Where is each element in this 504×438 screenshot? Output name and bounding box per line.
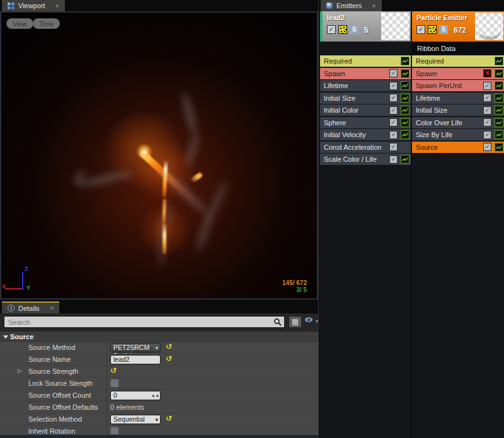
tab-viewport[interactable]: Viewport	[2, 0, 65, 11]
property-row[interactable]: Source Offset Count 0	[0, 390, 318, 402]
curve-graph-icon[interactable]	[401, 155, 410, 164]
module-row[interactable]: Initial Size	[412, 104, 504, 116]
module-enabled-checkbox[interactable]	[389, 155, 398, 164]
module-row[interactable]: Spawn	[320, 68, 411, 79]
property-row[interactable]: Source Strength	[0, 366, 318, 378]
tab-emitters[interactable]: Emitters	[321, 0, 382, 11]
emitter-enable-checkbox[interactable]	[416, 25, 425, 34]
curve-graph-icon[interactable]	[401, 94, 410, 103]
curve-graph-icon[interactable]	[401, 106, 410, 115]
curve-graph-icon[interactable]	[495, 143, 503, 152]
curve-graph-icon[interactable]	[401, 81, 410, 90]
curve-graph-icon[interactable]	[495, 57, 503, 65]
viewport-time-button[interactable]: Time	[33, 18, 60, 29]
curve-graph-icon[interactable]	[401, 69, 410, 78]
property-dropdown[interactable]: Sequential	[110, 415, 161, 424]
curve-graph-icon[interactable]	[401, 118, 410, 127]
property-checkbox[interactable]	[110, 379, 119, 388]
burst-mode-icon[interactable]	[428, 25, 437, 34]
module-label: Initial Size	[412, 106, 447, 114]
module-enabled-checkbox[interactable]	[483, 143, 491, 151]
emitter-header[interactable]: Particle Emitter S 672	[412, 11, 504, 42]
property-matrix-button[interactable]	[289, 316, 302, 328]
tab-details[interactable]: Details	[2, 301, 59, 314]
curve-graph-icon[interactable]	[495, 106, 503, 115]
module-row[interactable]: Initial Velocity	[320, 129, 411, 140]
emitter-thumbnail[interactable]	[381, 13, 410, 40]
module-row[interactable]: Initial Color	[320, 104, 411, 116]
module-row[interactable]: Lifetime	[412, 93, 504, 104]
property-row[interactable]: Source Name lead2	[0, 354, 318, 366]
particle-scene[interactable]: View Time X Z Y 145/ 672 3/ 5	[1, 13, 317, 298]
module-row[interactable]: Source	[412, 142, 504, 153]
module-enabled-checkbox[interactable]	[389, 118, 398, 126]
module-enabled-checkbox[interactable]	[389, 106, 398, 115]
curve-graph-icon[interactable]	[401, 57, 410, 65]
curve-graph-icon[interactable]	[495, 81, 503, 90]
module-enabled-checkbox[interactable]	[389, 82, 398, 90]
particle-counter: 145/ 672	[282, 279, 307, 286]
curve-graph-icon[interactable]	[495, 130, 503, 139]
search-input[interactable]	[4, 317, 284, 327]
category-header[interactable]: Source	[0, 331, 318, 342]
spinner-drag-icon[interactable]	[152, 392, 158, 399]
module-enabled-checkbox[interactable]	[389, 131, 398, 139]
module-row[interactable]: Initial Size	[320, 93, 411, 104]
curve-graph-icon[interactable]	[401, 130, 410, 139]
property-name-cell: Source Strength	[0, 366, 107, 377]
details-tabwell: Details	[0, 301, 318, 313]
particle-spark	[190, 172, 203, 183]
solo-icon[interactable]: S	[439, 25, 448, 34]
property-row[interactable]: Lock Source Stength	[0, 378, 318, 390]
solo-icon[interactable]: S	[350, 25, 358, 34]
expand-arrow-icon[interactable]	[18, 368, 22, 374]
emitter-header[interactable]: lead2 S 5	[320, 11, 411, 42]
reset-to-default-icon[interactable]	[166, 354, 172, 363]
type-data-module-row[interactable]: Ribbon Data	[412, 43, 504, 54]
module-row[interactable]: Required	[320, 55, 411, 67]
module-row[interactable]: Spawn	[412, 68, 504, 79]
property-dropdown[interactable]: PET2SRCM Particle	[110, 343, 161, 352]
cascade-particle-editor: Viewport View T	[0, 0, 504, 438]
emitter-thumbnail[interactable]	[475, 13, 503, 40]
burst-mode-icon[interactable]	[338, 25, 347, 34]
module-row[interactable]: Sphere	[320, 117, 411, 128]
close-icon[interactable]	[50, 305, 54, 312]
module-row[interactable]: Size By Life	[412, 129, 504, 140]
module-enabled-checkbox[interactable]	[389, 143, 398, 151]
curve-graph-icon[interactable]	[495, 118, 503, 127]
module-enabled-checkbox[interactable]	[389, 69, 398, 77]
curve-graph-icon[interactable]	[495, 69, 503, 78]
module-enabled-checkbox[interactable]	[483, 94, 491, 102]
reset-to-default-icon[interactable]	[166, 414, 172, 423]
property-text-field[interactable]: lead2	[110, 355, 161, 364]
module-enabled-checkbox[interactable]	[483, 118, 491, 126]
property-label: Source Method	[28, 344, 76, 351]
viewport-view-button[interactable]: View	[6, 18, 33, 29]
emitter-enable-checkbox[interactable]	[327, 25, 336, 34]
module-enabled-checkbox[interactable]	[483, 131, 491, 139]
property-row[interactable]: Source Offset Defaults 0 elements	[0, 402, 318, 413]
reset-to-default-icon[interactable]	[166, 342, 172, 351]
module-list: Required Spawn Spawn PerUnit	[412, 55, 504, 154]
module-enabled-checkbox[interactable]	[389, 94, 398, 102]
property-row[interactable]: Source Method PET2SRCM Particle	[0, 342, 318, 354]
category-expander-icon[interactable]	[3, 335, 8, 339]
module-row[interactable]: Color Over Life	[412, 117, 504, 128]
reset-to-default-icon[interactable]	[110, 366, 117, 375]
property-spinner-field[interactable]: 0	[110, 391, 161, 400]
module-row[interactable]: Const Acceleration	[320, 142, 411, 153]
emitter-controls: S	[416, 25, 448, 34]
curve-graph-icon[interactable]	[495, 94, 503, 103]
module-row[interactable]: Required	[412, 55, 504, 67]
module-row[interactable]: Scale Color / Life	[320, 154, 411, 165]
module-enabled-checkbox[interactable]	[483, 106, 491, 115]
module-row[interactable]: Spawn PerUnit	[412, 80, 504, 91]
chevron-down-icon[interactable]	[316, 318, 318, 324]
module-row[interactable]: Lifetime	[320, 80, 411, 91]
property-row[interactable]: Selection Method Sequential	[0, 413, 318, 425]
module-enabled-checkbox[interactable]	[483, 82, 491, 90]
module-disabled-checkbox[interactable]	[483, 69, 491, 77]
close-icon[interactable]	[55, 3, 59, 9]
close-icon[interactable]	[372, 3, 375, 9]
